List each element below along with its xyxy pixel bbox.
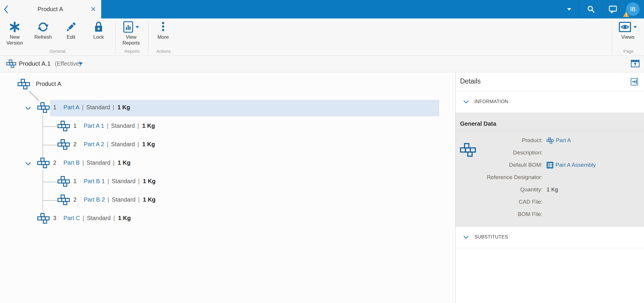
part-icon — [6, 59, 16, 68]
comment-icon[interactable] — [609, 6, 617, 13]
tree-row[interactable]: 1 Part B 1 | Standard | 1 Kg — [0, 174, 455, 190]
details-title: Details — [460, 77, 481, 85]
field-row: Product: Part A — [456, 134, 640, 147]
row-sequence: 1 — [53, 104, 56, 111]
row-sequence: 3 — [53, 215, 56, 222]
part-icon — [58, 195, 70, 205]
more-label: More — [158, 34, 169, 40]
separator: | — [113, 159, 114, 166]
part-link[interactable]: Part A 1 — [84, 122, 104, 129]
part-icon — [58, 176, 70, 187]
part-icon — [58, 121, 70, 131]
edit-pencil-icon — [65, 21, 77, 33]
separator: | — [107, 141, 108, 148]
part-icon — [37, 102, 50, 113]
part-icon — [58, 139, 70, 150]
field-row: Reference Designator: — [456, 171, 640, 183]
top-bar-blue-band — [101, 0, 644, 18]
views-caret-icon[interactable] — [633, 26, 637, 28]
part-link[interactable]: Part B — [63, 159, 80, 166]
tree-row[interactable]: 3 Part C | Standard | 1 Kg — [0, 211, 455, 227]
new-version-button[interactable]: New Version — [1, 20, 28, 52]
separator: | — [138, 141, 139, 148]
row-sequence: 1 — [73, 122, 77, 129]
toolbar-group-separator — [148, 21, 148, 53]
open-in-tab-icon[interactable] — [631, 78, 638, 86]
tree-root-label: Product A — [36, 81, 61, 87]
view-reports-caret-icon[interactable] — [136, 26, 139, 28]
field-row: Description: — [456, 147, 640, 159]
section-substitutes[interactable]: SUBSTITUTES — [456, 227, 644, 248]
field-row: CAD File: — [456, 196, 640, 208]
views-label: Views — [621, 34, 634, 40]
product-link[interactable]: Part A — [556, 137, 571, 144]
lock-icon — [93, 21, 104, 33]
row-quantity: 1 Kg — [142, 141, 155, 148]
item-header-bar: Product A.1 (Effective) — [0, 56, 644, 72]
collapse-chevron-icon[interactable] — [25, 106, 31, 110]
restore-window-icon[interactable] — [631, 60, 640, 67]
part-link[interactable]: Part A — [63, 104, 79, 111]
item-title: Product A.1 — [19, 60, 51, 67]
separator: | — [138, 196, 140, 203]
item-state: (Effective) — [55, 60, 81, 67]
topbar-dropdown-caret-icon[interactable] — [567, 8, 571, 11]
search-icon[interactable] — [587, 5, 595, 13]
lock-button[interactable]: Lock — [85, 20, 112, 52]
general-data-panel: General Data Product: Part A Description… — [456, 113, 644, 227]
field-label: Product: — [456, 137, 542, 144]
row-type: Standard — [86, 104, 110, 111]
collapse-chevron-icon[interactable] — [25, 162, 31, 166]
version-dropdown-caret-icon[interactable] — [79, 62, 83, 65]
tree-row-root[interactable]: Product A — [0, 76, 455, 93]
separator: | — [138, 178, 140, 185]
refresh-icon — [37, 21, 49, 33]
refresh-button[interactable]: Refresh — [30, 20, 56, 52]
part-link[interactable]: Part A 2 — [84, 141, 104, 148]
new-version-icon — [9, 21, 20, 33]
tab-close-icon[interactable] — [91, 6, 96, 12]
separator: | — [113, 104, 114, 111]
part-link[interactable]: Part B 2 — [84, 196, 105, 203]
warning-badge-icon — [623, 11, 630, 17]
part-icon — [547, 137, 554, 144]
view-reports-button[interactable]: View Reports — [117, 20, 146, 52]
toolbar-group-separator — [115, 21, 116, 53]
row-quantity: 1 Kg — [143, 196, 155, 203]
section-information[interactable]: INFORMATION — [456, 91, 644, 113]
tree-row[interactable]: 1 Part A | Standard | 1 Kg — [0, 100, 455, 116]
edit-button[interactable]: Edit — [58, 20, 84, 52]
more-button[interactable]: More — [150, 20, 176, 52]
default-bom-link[interactable]: Part A Assembly — [555, 162, 596, 168]
tree-row[interactable]: 2 Part B 2 | Standard | 1 Kg — [0, 192, 455, 209]
separator: | — [107, 122, 108, 129]
row-sequence: 2 — [73, 196, 77, 203]
group-label-reports: Reports — [116, 49, 148, 54]
field-label: Reference Designator: — [456, 174, 542, 181]
application-window: Product A IB — [0, 0, 644, 303]
row-type: Standard — [112, 178, 136, 185]
row-sequence: 2 — [53, 159, 56, 166]
part-icon — [18, 79, 30, 89]
row-sequence: 2 — [73, 141, 77, 148]
tree-row[interactable]: 1 Part A 1 | Standard | 1 Kg — [0, 118, 455, 135]
group-label-general: General — [0, 49, 115, 54]
refresh-label: Refresh — [34, 34, 52, 40]
section-chevron-icon — [463, 100, 469, 104]
row-quantity: 1 Kg — [143, 178, 155, 185]
section-information-label: INFORMATION — [474, 99, 508, 104]
field-row: Default BOM: Part A Assembly — [456, 159, 640, 171]
separator: | — [113, 215, 115, 222]
toolbar-group-separator — [612, 21, 612, 53]
field-row: Quantity: 1 Kg — [456, 183, 640, 196]
tab-product-a[interactable]: Product A — [13, 0, 101, 18]
back-button[interactable] — [3, 5, 11, 14]
view-reports-label: View Reports — [122, 34, 140, 46]
views-button[interactable]: Views — [614, 20, 642, 52]
part-link[interactable]: Part B 1 — [84, 178, 105, 185]
tree-row[interactable]: 2 Part B | Standard | 1 Kg — [0, 155, 455, 172]
field-row: BOM File: — [456, 208, 640, 220]
tree-row[interactable]: 2 Part A 2 | Standard | 1 Kg — [0, 137, 455, 153]
views-eye-icon — [619, 22, 631, 32]
part-link[interactable]: Part C — [63, 215, 80, 222]
